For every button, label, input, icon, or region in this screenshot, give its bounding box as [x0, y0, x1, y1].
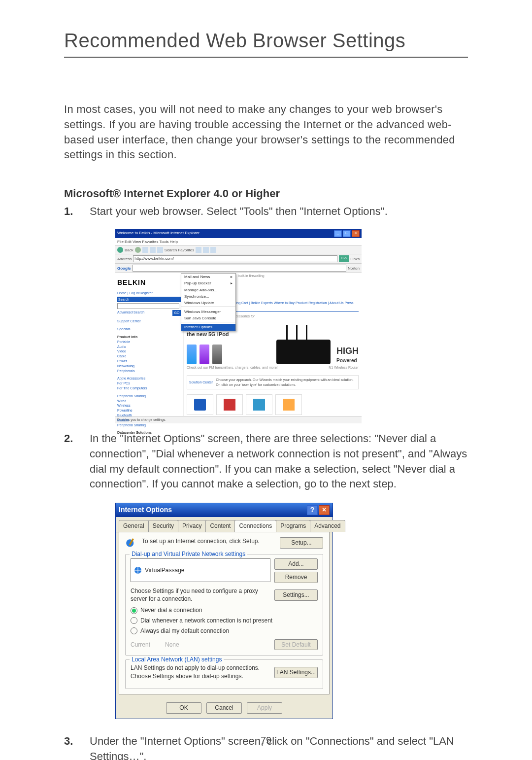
high-label: HIGH: [336, 345, 359, 357]
search-header: Search: [117, 297, 181, 303]
remove-button[interactable]: Remove: [274, 572, 318, 583]
toolbar[interactable]: Back Search Favorites: [115, 246, 362, 254]
checkout-text: Check out our FM transmitters, chargers,…: [187, 365, 278, 370]
ok-button[interactable]: OK: [166, 702, 201, 714]
dd-sync[interactable]: Synchronize...: [181, 293, 235, 300]
tab-content[interactable]: Content: [205, 520, 235, 532]
advanced-search-link[interactable]: Advanced Search: [117, 311, 144, 314]
thumb-4[interactable]: [275, 394, 302, 415]
address-input[interactable]: http://www.belkin.com/: [133, 255, 337, 262]
tab-privacy[interactable]: Privacy: [178, 520, 206, 532]
toolbar-search-fav[interactable]: Search Favorites: [165, 247, 194, 253]
setup-text: To set up an Internet connection, click …: [142, 537, 276, 546]
address-bar-row: Address http://www.belkin.com/ Go Links: [115, 254, 362, 264]
set-default-button: Set Default: [274, 639, 318, 651]
cancel-button[interactable]: Cancel: [206, 702, 242, 714]
headline-2: the new 5G iPod: [187, 331, 359, 338]
radio-dial-when-absent[interactable]: Dial whenever a network connection is no…: [131, 617, 318, 625]
dd-java[interactable]: Sun Java Console: [181, 315, 235, 321]
proxy-text: Choose Settings if you need to configure…: [131, 587, 270, 604]
product-info-header: Product Info: [117, 335, 181, 340]
tools-dropdown[interactable]: Mail and News▸ Pop-up Blocker▸ Manage Ad…: [181, 273, 236, 331]
window-title-text: Welcome to Belkin - Microsoft Internet E…: [117, 230, 200, 237]
history-icon[interactable]: [203, 247, 209, 253]
document-page: Recommended Web Browser Settings In most…: [0, 0, 532, 760]
promo-link[interactable]: Solution Center: [189, 380, 213, 385]
step-2-text: In the "Internet Options" screen, there …: [90, 432, 467, 490]
refresh-icon[interactable]: [150, 247, 156, 253]
forward-icon[interactable]: [135, 247, 141, 253]
step-1: 1. Start your web browser. Select "Tools…: [64, 204, 468, 416]
dd-mail[interactable]: Mail and News▸: [181, 274, 235, 280]
dialup-legend: Dial-up and Virtual Private Network sett…: [130, 550, 247, 558]
ipod-image-1: [187, 345, 197, 364]
add-button[interactable]: Add...: [274, 558, 318, 570]
thumb-2[interactable]: [216, 394, 243, 415]
google-search-input[interactable]: [133, 265, 346, 272]
vp-entry: VirtualPassage: [145, 566, 185, 575]
thumb-row: [187, 394, 359, 415]
dd-addons[interactable]: Manage Add-ons...: [181, 287, 235, 293]
globe-icon: [134, 566, 142, 574]
thumb-3[interactable]: [246, 394, 272, 415]
back-icon[interactable]: [117, 247, 123, 253]
accessories-1[interactable]: Apple Accessories For PCs For The Comput…: [117, 376, 181, 390]
tab-security[interactable]: Security: [148, 520, 178, 532]
window-buttons: _ □ ×: [334, 230, 360, 237]
home-icon[interactable]: [157, 247, 163, 253]
minimize-icon[interactable]: _: [334, 230, 342, 237]
media-icon[interactable]: [196, 247, 201, 253]
google-bar: Google Norton: [115, 264, 362, 273]
builtin-text: built-in firewalling: [238, 274, 362, 278]
lan-legend: Local Area Network (LAN) settings: [130, 656, 224, 664]
ipod-image-3: [212, 345, 222, 364]
radio-never-dial[interactable]: Never dial a connection: [131, 606, 318, 615]
mail-icon[interactable]: [210, 247, 216, 253]
dialog-tabs: General Security Privacy Content Connect…: [116, 517, 332, 532]
tab-advanced[interactable]: Advanced: [310, 520, 345, 532]
accessories-2[interactable]: Peripheral Sharing Wired Wireless Powerl…: [117, 394, 181, 428]
radio-always-dial[interactable]: Always dial my default connection: [131, 627, 318, 635]
belkin-sidebar: BELKIN Home | Log In/Register Search Adv…: [115, 273, 184, 416]
lan-settings-button[interactable]: LAN Settings...: [274, 667, 318, 678]
go-button-2[interactable]: GO: [172, 310, 181, 316]
help-icon[interactable]: ?: [307, 505, 318, 515]
section-subheading: Microsoft® Internet Explorer 4.0 or High…: [64, 187, 468, 200]
apply-button: Apply: [247, 702, 282, 714]
intro-paragraph: In most cases, you will not need to make…: [64, 102, 468, 163]
maximize-icon[interactable]: □: [343, 230, 351, 237]
settings-button[interactable]: Settings...: [274, 589, 318, 601]
lan-text: LAN Settings do not apply to dial-up con…: [131, 664, 270, 681]
internet-options-dialog: Internet Options ? × General Security Pr…: [115, 503, 333, 719]
dd-messenger[interactable]: Windows Messenger: [181, 309, 235, 315]
specials-link[interactable]: Specials: [117, 327, 181, 332]
belkin-logo: BELKIN: [117, 278, 181, 288]
dd-winupdate[interactable]: Windows Update: [181, 300, 235, 306]
tab-programs[interactable]: Programs: [276, 520, 310, 532]
connections-listbox[interactable]: VirtualPassage: [131, 558, 270, 582]
window-titlebar: Welcome to Belkin - Microsoft Internet E…: [115, 229, 362, 238]
promo-box: Solution Center Choose your approach. Ou…: [187, 375, 359, 390]
support-link[interactable]: Support Center: [117, 319, 181, 324]
thumb-1[interactable]: [187, 394, 213, 415]
close-icon[interactable]: ×: [352, 230, 360, 237]
dd-popup[interactable]: Pop-up Blocker▸: [181, 280, 235, 286]
menu-bar[interactable]: File Edit View Favorites Tools Help: [115, 238, 362, 246]
tabs-row: Home | Log In/Register: [117, 291, 181, 296]
promo-text: Choose your approach. Our Wizards match …: [216, 378, 356, 387]
current-value: None: [165, 641, 179, 649]
go-button[interactable]: Go: [339, 255, 349, 262]
tab-connections[interactable]: Connections: [234, 520, 276, 532]
setup-button[interactable]: Setup...: [280, 537, 323, 549]
dd-internet-options[interactable]: Internet Options...: [181, 324, 235, 330]
powered-label: Powered: [336, 357, 359, 364]
step-1-text: Start your web browser. Select "Tools" t…: [90, 205, 388, 217]
tab-general[interactable]: General: [119, 520, 149, 532]
step-2: 2. In the "Internet Options" screen, the…: [64, 431, 468, 719]
category-list[interactable]: Portable Audio Video Cable Power Network…: [117, 340, 181, 374]
step-2-number: 2.: [64, 431, 84, 447]
globe-wand-icon: [125, 537, 138, 550]
stop-icon[interactable]: [142, 247, 148, 253]
search-input[interactable]: [117, 303, 179, 309]
close-icon[interactable]: ×: [319, 505, 330, 515]
